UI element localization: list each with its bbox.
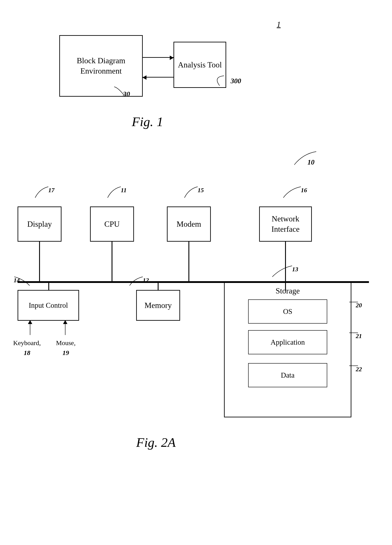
line-22 bbox=[349, 362, 360, 369]
label-13: 13 bbox=[292, 266, 298, 273]
analysis-tool-label: Analysis Tool bbox=[178, 60, 222, 70]
label-16: 16 bbox=[301, 187, 307, 194]
line-21 bbox=[349, 329, 360, 336]
label-12: 12 bbox=[143, 277, 149, 284]
data-box: Data bbox=[248, 363, 327, 387]
fig1-diagram-number: 1 bbox=[277, 20, 281, 29]
memory-label: Memory bbox=[145, 301, 172, 310]
network-interface-label: Network Interface bbox=[260, 214, 311, 234]
fig2a-caption: Fig. 2A bbox=[136, 435, 176, 450]
memory-box: Memory bbox=[136, 290, 180, 321]
display-box: Display bbox=[18, 206, 61, 242]
mouse-label: Mouse, 19 bbox=[56, 338, 76, 358]
fig1-caption: Fig. 1 bbox=[132, 114, 163, 129]
cpu-box: CPU bbox=[90, 206, 134, 242]
vline-memory-down bbox=[158, 283, 159, 291]
modem-box: Modem bbox=[167, 206, 211, 242]
arrow-keyboard-head bbox=[28, 320, 32, 324]
arrow-to-block bbox=[143, 77, 173, 78]
application-box: Application bbox=[248, 330, 327, 354]
label-30: 30 bbox=[123, 90, 130, 98]
keyboard-label: Keyboard, 18 bbox=[13, 338, 41, 358]
page: 1 Block Diagram Environment Analysis Too… bbox=[0, 0, 392, 545]
input-control-box: Input Control bbox=[18, 290, 79, 321]
line-20 bbox=[349, 299, 360, 305]
network-interface-box: Network Interface bbox=[259, 206, 312, 242]
cpu-label: CPU bbox=[104, 219, 120, 229]
os-box: OS bbox=[248, 299, 327, 324]
data-label: Data bbox=[281, 371, 294, 379]
label-11: 11 bbox=[121, 187, 127, 194]
vline-modem bbox=[188, 242, 189, 281]
application-label: Application bbox=[270, 338, 305, 347]
vline-input-ctrl-down bbox=[48, 283, 49, 291]
label-17: 17 bbox=[48, 187, 55, 194]
input-control-label: Input Control bbox=[29, 301, 68, 310]
label-300: 300 bbox=[231, 77, 241, 85]
label-10: 10 bbox=[307, 158, 314, 166]
vline-display bbox=[39, 242, 40, 281]
curve-300-svg bbox=[206, 75, 233, 88]
arrow-mouse-head bbox=[63, 320, 67, 324]
vline-cpu bbox=[111, 242, 112, 281]
storage-outer-box: Storage OS Application Data bbox=[224, 281, 351, 417]
os-label: OS bbox=[283, 308, 292, 316]
modem-label: Modem bbox=[177, 219, 201, 229]
display-label: Display bbox=[27, 219, 52, 229]
label-15: 15 bbox=[198, 187, 204, 194]
storage-label: Storage bbox=[225, 286, 351, 296]
label-14: 14 bbox=[14, 277, 20, 284]
arrow-to-analysis bbox=[143, 57, 173, 58]
curve-10-svg bbox=[290, 149, 321, 167]
block-diagram-environment-label: Block Diagram Environment bbox=[60, 56, 142, 76]
